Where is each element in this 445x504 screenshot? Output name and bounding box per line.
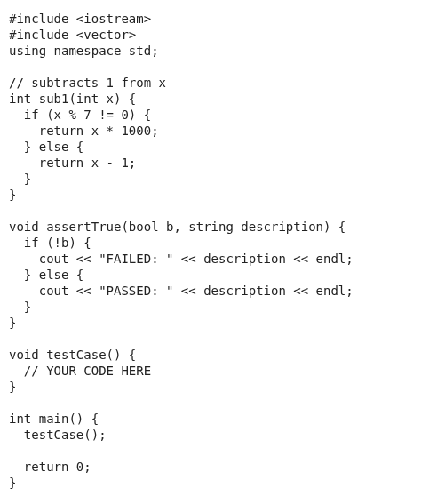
code-block: #include <iostream> #include <vector> us… — [0, 0, 445, 501]
